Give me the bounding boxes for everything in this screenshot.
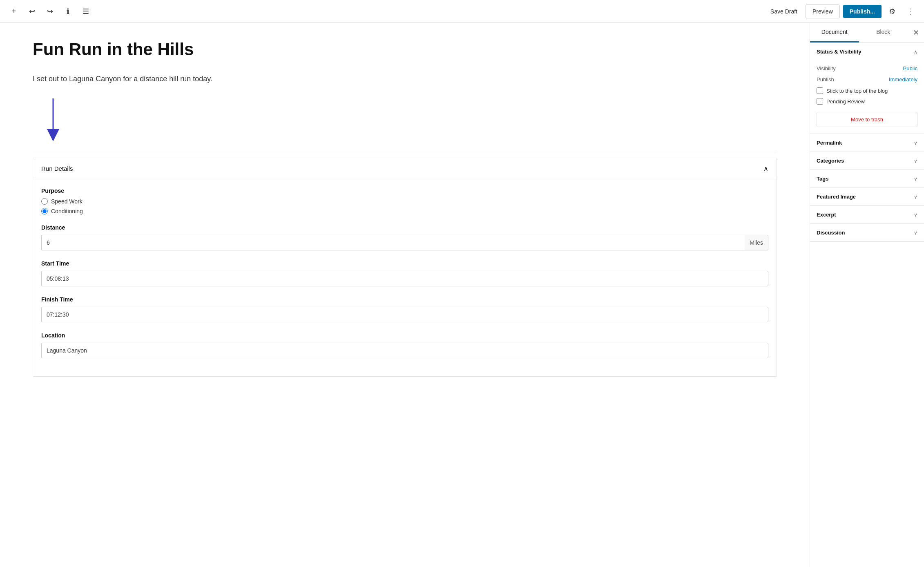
purpose-radio-group: Speed Work Conditioning xyxy=(41,198,768,214)
save-draft-button[interactable]: Save Draft xyxy=(766,5,802,18)
distance-input[interactable] xyxy=(41,235,745,250)
excerpt-section: Excerpt ∨ xyxy=(810,206,924,224)
featured-image-header[interactable]: Featured Image ∨ xyxy=(810,188,924,205)
discussion-section: Discussion ∨ xyxy=(810,224,924,242)
tags-title: Tags xyxy=(817,176,828,182)
distance-field: Distance Miles xyxy=(41,224,768,250)
separator xyxy=(33,151,777,151)
publish-button[interactable]: Publish... xyxy=(843,5,882,18)
location-label: Location xyxy=(41,332,768,339)
distance-unit: Miles xyxy=(745,235,768,250)
distance-input-container: Miles xyxy=(41,235,768,250)
move-to-trash-button[interactable]: Move to trash xyxy=(817,112,917,127)
featured-image-chevron: ∨ xyxy=(914,194,917,200)
toolbar-left: + ↩ ↪ ℹ ☰ xyxy=(7,4,762,19)
add-icon: + xyxy=(12,7,16,16)
publish-row: Publish Immediately xyxy=(817,76,917,83)
redo-button[interactable]: ↪ xyxy=(42,4,57,19)
tags-header[interactable]: Tags ∨ xyxy=(810,170,924,188)
permalink-title: Permalink xyxy=(817,140,842,146)
undo-button[interactable]: ↩ xyxy=(25,4,39,19)
tags-section: Tags ∨ xyxy=(810,170,924,188)
visibility-value[interactable]: Public xyxy=(903,65,917,71)
conditioning-option[interactable]: Conditioning xyxy=(41,208,768,214)
down-arrow xyxy=(41,98,65,143)
visibility-label: Visibility xyxy=(817,65,836,71)
main-layout: Fun Run in the Hills I set out to Laguna… xyxy=(0,23,924,567)
permalink-chevron: ∨ xyxy=(914,140,917,146)
stick-to-top-label: Stick to the top of the blog xyxy=(826,88,888,94)
start-time-input[interactable] xyxy=(41,271,768,286)
close-icon: ✕ xyxy=(913,28,919,37)
pending-review-checkbox[interactable] xyxy=(817,98,823,105)
categories-header[interactable]: Categories ∨ xyxy=(810,152,924,170)
excerpt-title: Excerpt xyxy=(817,212,836,218)
sidebar-close-button[interactable]: ✕ xyxy=(908,23,924,42)
status-visibility-body: Visibility Public Publish Immediately St… xyxy=(810,60,924,134)
finish-time-label: Finish Time xyxy=(41,296,768,303)
redo-icon: ↪ xyxy=(47,7,53,16)
preview-button[interactable]: Preview xyxy=(806,4,840,18)
stick-to-top-row[interactable]: Stick to the top of the blog xyxy=(817,87,917,94)
run-details-header[interactable]: Run Details ∧ xyxy=(33,158,777,179)
status-visibility-title: Status & Visibility xyxy=(817,49,862,55)
tab-document[interactable]: Document xyxy=(810,23,859,42)
purpose-label: Purpose xyxy=(41,188,768,194)
settings-button[interactable]: ⚙ xyxy=(885,4,899,19)
add-block-button[interactable]: + xyxy=(7,4,21,19)
publish-label: Publish xyxy=(817,76,834,83)
permalink-header[interactable]: Permalink ∨ xyxy=(810,134,924,152)
laguna-canyon-link[interactable]: Laguna Canyon xyxy=(69,75,121,83)
more-options-button[interactable]: ⋮ xyxy=(903,4,917,19)
post-title[interactable]: Fun Run in the Hills xyxy=(33,39,777,60)
run-details-collapse-icon: ∧ xyxy=(763,165,768,172)
finish-time-field: Finish Time xyxy=(41,296,768,322)
discussion-title: Discussion xyxy=(817,230,845,236)
pending-review-label: Pending Review xyxy=(826,98,865,105)
tags-chevron: ∨ xyxy=(914,176,917,182)
post-content: I set out to Laguna Canyon for a distanc… xyxy=(33,73,777,85)
status-visibility-header[interactable]: Status & Visibility ∧ xyxy=(810,43,924,60)
conditioning-label: Conditioning xyxy=(51,208,83,214)
list-icon: ☰ xyxy=(83,7,89,16)
excerpt-header[interactable]: Excerpt ∨ xyxy=(810,206,924,223)
arrow-container xyxy=(33,98,65,147)
categories-title: Categories xyxy=(817,158,844,164)
run-details-section: Run Details ∧ Purpose Speed Work Conditi… xyxy=(33,158,777,377)
sidebar-tabs: Document Block ✕ xyxy=(810,23,924,43)
editor-area: Fun Run in the Hills I set out to Laguna… xyxy=(0,23,810,567)
start-time-label: Start Time xyxy=(41,260,768,267)
publish-value[interactable]: Immediately xyxy=(889,76,917,83)
svg-marker-1 xyxy=(47,129,59,141)
run-details-label: Run Details xyxy=(41,165,73,172)
tab-block[interactable]: Block xyxy=(859,23,908,42)
excerpt-chevron: ∨ xyxy=(914,212,917,218)
speed-work-option[interactable]: Speed Work xyxy=(41,198,768,205)
toolbar-right: Save Draft Preview Publish... ⚙ ⋮ xyxy=(766,4,917,19)
conditioning-radio[interactable] xyxy=(41,208,48,214)
toolbar: + ↩ ↪ ℹ ☰ Save Draft Preview Publish... … xyxy=(0,0,924,23)
finish-time-input[interactable] xyxy=(41,307,768,322)
info-button[interactable]: ℹ xyxy=(60,4,75,19)
categories-section: Categories ∨ xyxy=(810,152,924,170)
featured-image-title: Featured Image xyxy=(817,194,856,200)
run-details-body: Purpose Speed Work Conditioning xyxy=(33,179,777,376)
location-field: Location xyxy=(41,332,768,358)
location-input[interactable] xyxy=(41,343,768,358)
purpose-field: Purpose Speed Work Conditioning xyxy=(41,188,768,214)
speed-work-label: Speed Work xyxy=(51,198,83,205)
settings-icon: ⚙ xyxy=(889,7,895,16)
categories-chevron: ∨ xyxy=(914,158,917,164)
permalink-section: Permalink ∨ xyxy=(810,134,924,152)
list-view-button[interactable]: ☰ xyxy=(78,4,93,19)
discussion-chevron: ∨ xyxy=(914,230,917,236)
start-time-field: Start Time xyxy=(41,260,768,286)
more-icon: ⋮ xyxy=(906,7,914,16)
status-visibility-section: Status & Visibility ∧ Visibility Public … xyxy=(810,43,924,134)
status-visibility-chevron: ∧ xyxy=(914,49,917,55)
stick-to-top-checkbox[interactable] xyxy=(817,87,823,94)
speed-work-radio[interactable] xyxy=(41,198,48,205)
info-icon: ℹ xyxy=(67,7,69,16)
discussion-header[interactable]: Discussion ∨ xyxy=(810,224,924,241)
pending-review-row[interactable]: Pending Review xyxy=(817,98,917,105)
